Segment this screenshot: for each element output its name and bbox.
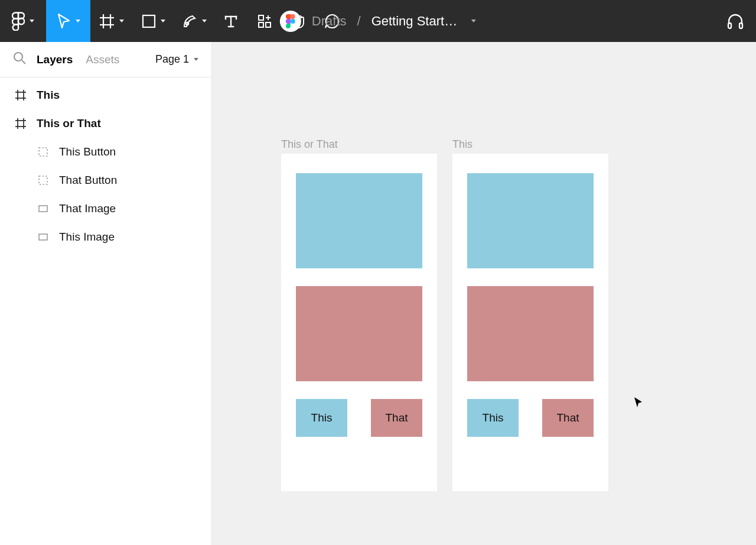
layer-tree: This This or That This Button That Butto…: [0, 77, 211, 251]
frame-label-this-or-that[interactable]: This or That: [281, 138, 338, 151]
that-button[interactable]: That: [542, 399, 594, 437]
group-icon: [37, 175, 50, 186]
rectangle-icon: [37, 203, 50, 214]
layer-label: That Image: [59, 202, 116, 215]
svg-point-17: [291, 19, 295, 24]
document-title-area: Drafts / Getting Start…: [280, 11, 476, 32]
toolbar: Drafts / Getting Start…: [0, 0, 756, 42]
text-tool[interactable]: [214, 0, 247, 42]
cursor-icon: [634, 397, 643, 411]
text-icon: [223, 14, 239, 29]
resources-tool[interactable]: [247, 0, 282, 42]
svg-rect-32: [39, 206, 47, 212]
frame-icon: [14, 118, 27, 129]
this-button[interactable]: This: [296, 399, 347, 437]
pen-tool[interactable]: [174, 0, 214, 42]
that-button[interactable]: That: [371, 399, 422, 437]
rectangle-icon: [37, 232, 50, 242]
svg-rect-30: [39, 148, 47, 156]
tab-assets[interactable]: Assets: [86, 53, 119, 66]
document-name[interactable]: Getting Start…: [372, 14, 458, 29]
group-icon: [37, 147, 50, 157]
chevron-down-icon: [76, 20, 80, 22]
move-tool[interactable]: [46, 0, 90, 42]
artboard-this-or-that[interactable]: This That: [281, 154, 437, 491]
svg-rect-14: [266, 22, 271, 27]
svg-rect-33: [39, 234, 47, 240]
figma-badge-icon: [280, 11, 301, 32]
svg-line-21: [22, 60, 25, 64]
svg-rect-31: [39, 176, 47, 184]
figma-menu[interactable]: [0, 0, 46, 42]
chevron-down-icon: [194, 58, 198, 61]
rectangle-icon: [142, 14, 156, 28]
svg-rect-13: [259, 22, 263, 27]
button-label: That: [556, 411, 579, 424]
chevron-down-icon: [30, 20, 34, 22]
search-icon[interactable]: [13, 51, 26, 67]
layer-this-image[interactable]: This Image: [0, 223, 211, 251]
layer-frame-this[interactable]: This: [0, 81, 211, 109]
tab-layers[interactable]: Layers: [37, 53, 73, 66]
canvas[interactable]: This or That This That This This That: [212, 42, 756, 545]
cursor-icon: [57, 13, 71, 30]
layer-that-button[interactable]: That Button: [0, 166, 211, 194]
svg-rect-18: [728, 23, 731, 28]
pen-icon: [182, 14, 197, 29]
layer-label: That Button: [59, 174, 117, 187]
svg-point-20: [14, 53, 22, 61]
artboard-this[interactable]: This That: [452, 154, 608, 491]
button-label: This: [311, 411, 333, 424]
frame-icon: [99, 14, 115, 29]
layer-frame-this-or-that[interactable]: This or That: [0, 109, 211, 138]
svg-rect-19: [739, 23, 742, 28]
svg-rect-5: [143, 15, 155, 27]
left-panel: Layers Assets Page 1 This This or That: [0, 42, 212, 545]
page-selector[interactable]: Page 1: [155, 53, 198, 66]
this-button[interactable]: This: [467, 399, 519, 437]
page-label: Page 1: [155, 53, 189, 66]
layer-label: This: [37, 89, 60, 102]
button-label: This: [483, 411, 504, 424]
breadcrumb-separator: /: [357, 14, 361, 29]
svg-rect-12: [259, 15, 263, 20]
resources-icon: [257, 14, 272, 29]
layer-this-button[interactable]: This Button: [0, 138, 211, 166]
layer-that-image[interactable]: That Image: [0, 194, 211, 223]
that-image[interactable]: [467, 286, 594, 381]
left-panel-header: Layers Assets Page 1: [0, 42, 211, 77]
layer-label: This Button: [59, 145, 116, 158]
this-image[interactable]: [467, 173, 594, 268]
frame-label-this[interactable]: This: [452, 138, 472, 151]
frame-icon: [14, 89, 27, 101]
layer-label: This or That: [37, 117, 101, 130]
chevron-down-icon: [161, 20, 165, 22]
that-image[interactable]: [296, 286, 422, 381]
breadcrumb-drafts[interactable]: Drafts: [312, 14, 347, 29]
frame-tool[interactable]: [90, 0, 133, 42]
audio-chat-button[interactable]: [726, 0, 744, 42]
main-area: Layers Assets Page 1 This This or That: [0, 42, 756, 545]
shape-tool[interactable]: [133, 0, 174, 42]
chevron-down-icon: [119, 20, 124, 22]
chevron-down-icon[interactable]: [471, 20, 476, 22]
headphones-icon: [726, 12, 744, 30]
layer-label: This Image: [59, 231, 115, 244]
chevron-down-icon: [202, 20, 207, 22]
figma-logo-icon: [12, 12, 25, 31]
button-label: That: [385, 411, 408, 424]
this-image[interactable]: [296, 173, 422, 268]
